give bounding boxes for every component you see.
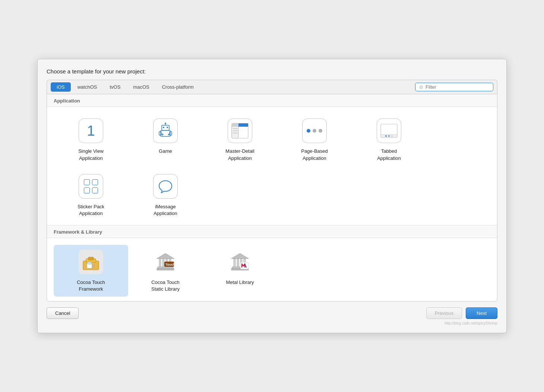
master-detail-icon bbox=[227, 117, 253, 144]
content-area: Application 1 Single ViewApplication bbox=[47, 94, 497, 301]
single-view-icon: 1 bbox=[78, 117, 104, 144]
filter-input[interactable] bbox=[426, 84, 489, 90]
svg-rect-40 bbox=[234, 259, 235, 267]
dialog-title: Choose a template for your new project: bbox=[47, 68, 497, 75]
sticker-pack-icon bbox=[78, 173, 104, 200]
cancel-button[interactable]: Cancel bbox=[47, 307, 79, 319]
tab-bar-inner: iOS watchOS tvOS macOS Cross-platform bbox=[51, 82, 415, 92]
filter-icon: ⊜ bbox=[419, 84, 423, 90]
cocoa-touch-framework-icon bbox=[78, 249, 104, 275]
svg-rect-3 bbox=[161, 130, 170, 136]
tab-crossplatform[interactable]: Cross-platform bbox=[156, 82, 200, 92]
svg-point-22 bbox=[389, 136, 390, 137]
svg-rect-13 bbox=[238, 123, 248, 127]
svg-rect-7 bbox=[170, 132, 172, 135]
svg-rect-30 bbox=[157, 268, 174, 270]
sticker-sq-3 bbox=[84, 187, 90, 193]
new-project-dialog: Choose a template for your new project: … bbox=[37, 59, 507, 333]
dot-2 bbox=[313, 129, 316, 133]
svg-marker-35 bbox=[157, 253, 174, 259]
game-label: Game bbox=[159, 148, 172, 155]
tab-ios[interactable]: iOS bbox=[51, 82, 71, 92]
section-header-application: Application bbox=[47, 94, 497, 107]
filter-box: ⊜ bbox=[415, 83, 493, 91]
item-cocoa-touch-static[interactable]: Touch Cocoa TouchStatic Library bbox=[128, 245, 203, 296]
svg-rect-26 bbox=[88, 257, 94, 260]
imessage-icon bbox=[152, 173, 179, 200]
svg-point-21 bbox=[385, 135, 387, 137]
cocoa-touch-framework-label: Cocoa TouchFramework bbox=[77, 279, 105, 293]
svg-rect-0 bbox=[162, 125, 169, 130]
tab-watchos[interactable]: watchOS bbox=[72, 82, 103, 92]
game-icon bbox=[152, 117, 179, 144]
section-body-application: 1 Single ViewApplication bbox=[47, 107, 497, 225]
svg-point-28 bbox=[87, 262, 92, 264]
item-imessage[interactable]: iMessageApplication bbox=[128, 169, 203, 221]
svg-rect-32 bbox=[162, 259, 164, 267]
svg-point-23 bbox=[392, 136, 393, 137]
svg-rect-41 bbox=[237, 259, 239, 267]
item-tabbed[interactable]: TabbedApplication bbox=[352, 114, 426, 165]
tab-tvos[interactable]: tvOS bbox=[104, 82, 126, 92]
sticker-sq-1 bbox=[84, 179, 90, 185]
bottom-bar: Cancel Previous Next bbox=[47, 301, 497, 320]
right-buttons: Previous Next bbox=[426, 307, 497, 319]
tabbed-label: TabbedApplication bbox=[377, 148, 401, 161]
tab-bar: iOS watchOS tvOS macOS Cross-platform ⊜ bbox=[47, 80, 497, 94]
item-page-based[interactable]: Page-BasedApplication bbox=[277, 114, 352, 165]
item-metal-library[interactable]: Metal Library bbox=[203, 245, 277, 296]
svg-rect-14 bbox=[232, 123, 238, 127]
item-game[interactable]: Game bbox=[128, 114, 203, 165]
item-single-view[interactable]: 1 Single ViewApplication bbox=[54, 114, 128, 165]
item-master-detail[interactable]: Master-DetailApplication bbox=[203, 114, 277, 165]
sticker-sq-2 bbox=[92, 179, 98, 185]
sticker-pack-label: Sticker PackApplication bbox=[78, 203, 104, 217]
metal-library-label: Metal Library bbox=[226, 279, 254, 286]
item-sticker-pack[interactable]: Sticker PackApplication bbox=[54, 169, 128, 221]
imessage-label: iMessageApplication bbox=[154, 203, 177, 217]
tabbed-icon bbox=[376, 117, 402, 144]
metal-library-icon bbox=[227, 249, 253, 275]
master-detail-label: Master-DetailApplication bbox=[225, 148, 254, 161]
svg-point-10 bbox=[168, 134, 170, 135]
single-view-label: Single ViewApplication bbox=[78, 148, 104, 161]
dot-3 bbox=[319, 129, 322, 133]
section-body-framework: Cocoa TouchFramework bbox=[47, 238, 497, 301]
page-based-label: Page-BasedApplication bbox=[301, 148, 328, 161]
dot-1 bbox=[307, 129, 310, 133]
svg-rect-6 bbox=[159, 132, 161, 135]
framework-items-grid: Cocoa TouchFramework bbox=[54, 245, 490, 296]
watermark: http://blog.csdn.net/spicyShrimp bbox=[47, 320, 497, 325]
svg-rect-31 bbox=[159, 259, 161, 267]
svg-marker-44 bbox=[231, 253, 249, 259]
sticker-sq-4 bbox=[92, 187, 98, 193]
application-items-grid: 1 Single ViewApplication bbox=[54, 114, 490, 221]
previous-button: Previous bbox=[426, 307, 462, 319]
svg-point-2 bbox=[167, 127, 168, 128]
page-based-icon bbox=[301, 117, 328, 144]
item-cocoa-touch-framework[interactable]: Cocoa TouchFramework bbox=[54, 245, 128, 296]
svg-text:Touch: Touch bbox=[165, 263, 175, 266]
svg-point-5 bbox=[165, 123, 166, 124]
svg-point-1 bbox=[163, 127, 164, 128]
cocoa-touch-static-label: Cocoa TouchStatic Library bbox=[151, 279, 180, 293]
cocoa-touch-static-icon: Touch bbox=[152, 249, 179, 275]
section-header-framework: Framework & Library bbox=[47, 225, 497, 238]
tab-macos[interactable]: macOS bbox=[127, 82, 155, 92]
next-button[interactable]: Next bbox=[466, 307, 497, 319]
